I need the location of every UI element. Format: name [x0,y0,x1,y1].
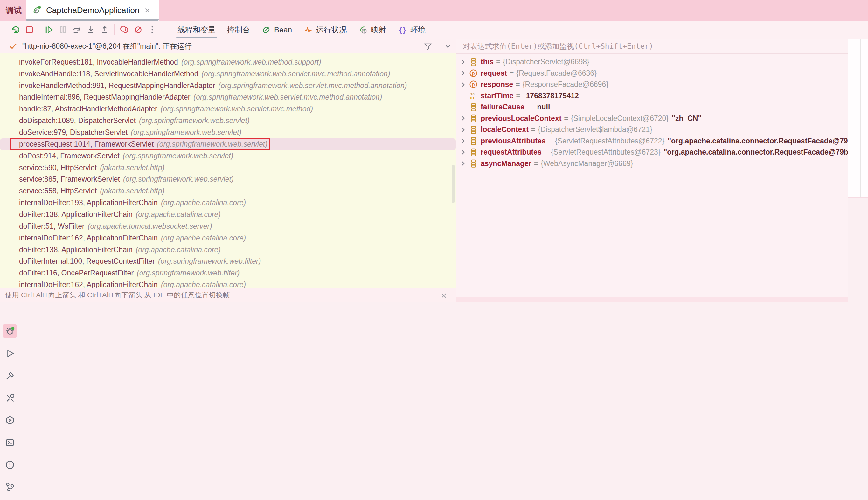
variable-row-failurecause[interactable]: failureCause=null [456,101,848,113]
tool-window-button-tools[interactable] [2,390,17,405]
tool-window-button-debug[interactable] [2,324,17,338]
stack-frame-dodispatch-1089[interactable]: doDispatch:1089, DispatcherServlet(org.s… [0,115,456,127]
tool-window-button-vcs[interactable] [2,480,17,494]
step-over-button[interactable] [70,23,84,37]
variables-pane: 对表达式求值(Enter)或添加监视(Ctrl+Shift+Enter) thi… [456,39,848,302]
stack-frame-invokeandhandle-118[interactable]: invokeAndHandle:118, ServletInvocableHan… [0,68,456,80]
resume-button[interactable] [42,23,56,37]
equals-sign: = [527,103,531,111]
debug-view-tab-label: 控制台 [227,25,250,35]
variable-row-requestattributes[interactable]: requestAttributes={ServletRequestAttribu… [456,147,848,158]
tool-window-button-run[interactable] [2,346,17,361]
chevron-right-icon[interactable] [459,149,467,156]
stack-frame-dopost-914[interactable]: doPost:914, FrameworkServlet(org.springf… [0,150,456,162]
stack-frame-internaldofilter-162[interactable]: internalDoFilter:162, ApplicationFilterC… [0,279,456,288]
frame-location: service:658, HttpServlet [19,187,97,195]
chevron-right-icon[interactable] [459,69,467,77]
view-breakpoints-icon [119,24,129,35]
field-icon [469,102,478,112]
tool-window-button-terminal[interactable] [2,435,17,450]
debug-view-tab-bean[interactable]: Bean [256,21,298,39]
svg-text:01: 01 [470,96,475,100]
stack-frame-dofilter-138[interactable]: doFilter:138, ApplicationFilterChain(org… [0,209,456,220]
thread-status-row[interactable]: "http-nio-8080-exec-1"@6,204 在组"main": 正… [0,39,456,54]
variable-row-previousattributes[interactable]: previousAttributes={ServletRequestAttrib… [456,136,848,147]
frame-package: (org.springframework.web.servlet.mvc.met… [218,81,407,90]
equals-sign: = [496,58,500,66]
stack-frame-service-590[interactable]: service:590, HttpServlet(jakarta.servlet… [0,162,456,174]
frame-package: (org.springframework.web.servlet) [139,116,250,125]
thread-chevron-down-icon[interactable] [444,43,452,50]
pulse-icon [304,25,313,35]
variable-reference: {ServletRequestAttributes@6723} [551,148,660,157]
variable-row-starttime[interactable]: 1001startTime=1768378175412 [456,90,848,102]
stack-frame-dofilter-116[interactable]: doFilter:116, OncePerRequestFilter(org.s… [0,267,456,279]
chevron-right-icon[interactable] [459,160,467,167]
step-out-button[interactable] [98,23,112,37]
stack-frame-service-885[interactable]: service:885, FrameworkServlet(org.spring… [0,174,456,185]
ide-window: { "colors": { "accent_red": "#e02f39", "… [0,0,868,500]
chevron-right-icon[interactable] [459,114,467,122]
frame-location: doPost:914, FrameworkServlet [19,152,119,160]
variable-row-response[interactable]: presponse={ResponseFacade@6696} [456,79,848,90]
mute-breakpoints-button[interactable] [131,23,145,37]
close-icon[interactable] [143,6,152,15]
variable-row-previouslocalecontext[interactable]: previousLocaleContext={SimpleLocaleConte… [456,113,848,124]
debug-view-tab-控制台[interactable]: 控制台 [221,21,256,39]
rerun-icon [10,24,21,35]
stack-frame-dofilter-51[interactable]: doFilter:51, WsFilter(org.apache.tomcat.… [0,220,456,232]
debug-window-header: 调试 CaptchaDemoApplication [0,0,868,21]
stack-frame-handle-87[interactable]: handle:87, AbstractHandlerMethodAdapter(… [0,103,456,115]
variables-list: this={DispatcherServlet@6698}prequest={R… [456,54,848,302]
number-icon: 1001 [469,91,478,101]
view-breakpoints-button[interactable] [117,23,131,37]
tool-window-button-build[interactable] [2,368,17,383]
debug-view-tab-运行状况[interactable]: 运行状况 [298,21,352,39]
more-button[interactable] [145,23,159,37]
stack-frame-service-658[interactable]: service:658, HttpServlet(jakarta.servlet… [0,185,456,197]
tool-window-button-services[interactable] [2,413,17,428]
hint-close-icon[interactable] [439,291,448,300]
debug-view-tab-线程和变量[interactable]: 线程和变量 [172,21,221,39]
evaluate-expression-field[interactable]: 对表达式求值(Enter)或添加监视(Ctrl+Shift+Enter) [456,39,848,54]
stack-frame-dofilter-138[interactable]: doFilter:138, ApplicationFilterChain(org… [0,244,456,256]
step-into-button[interactable] [84,23,98,37]
selected-tab-underline [176,37,217,38]
debug-body: "http-nio-8080-exec-1"@6,204 在组"main": 正… [0,39,868,302]
variable-row-localecontext[interactable]: localeContext={DispatcherServlet$lambda@… [456,124,848,136]
stack-frame-doservice-979[interactable]: doService:979, DispatcherServlet(org.spr… [0,127,456,138]
rerun-button[interactable] [8,23,22,37]
pause-button[interactable] [56,23,70,37]
filter-funnel-icon[interactable] [423,42,433,51]
stack-frame-handleinternal-896[interactable]: handleInternal:896, RequestMappingHandle… [0,92,456,103]
variable-row-this[interactable]: this={DispatcherServlet@6698} [456,56,848,68]
stack-frame-invokehandlermethod-991[interactable]: invokeHandlerMethod:991, RequestMappingH… [0,80,456,92]
mappings-icon [358,25,368,35]
frame-location: handleInternal:896, RequestMappingHandle… [19,93,190,101]
debug-view-tab-映射[interactable]: 映射 [352,21,392,39]
field-icon [469,57,478,67]
pause-icon [58,24,68,35]
debug-view-tab-环境[interactable]: {}环境 [392,21,431,39]
debug-icon [4,326,15,337]
field-icon [469,114,478,123]
variable-row-asyncmanager[interactable]: asyncManager={WebAsyncManager@6669} [456,158,848,170]
debug-session-tab[interactable]: CaptchaDemoApplication [26,0,159,21]
tool-window-button-problems[interactable] [2,457,17,472]
frame-location: doService:979, DispatcherServlet [19,128,127,137]
equals-sign: = [548,137,552,145]
chevron-right-icon[interactable] [459,126,467,134]
stack-frame-processrequest-1014[interactable]: processRequest:1014, FrameworkServlet(or… [0,138,456,150]
stack-frame-internaldofilter-193[interactable]: internalDoFilter:193, ApplicationFilterC… [0,197,456,209]
variable-row-request[interactable]: prequest={RequestFacade@6636} [456,68,848,79]
chevron-right-icon[interactable] [459,58,467,66]
stack-frame-internaldofilter-162[interactable]: internalDoFilter:162, ApplicationFilterC… [0,232,456,244]
stack-frame-invokeforrequest-181[interactable]: invokeForRequest:181, InvocableHandlerMe… [0,56,456,68]
frame-location: doDispatch:1089, DispatcherServlet [19,116,136,125]
variable-reference: {DispatcherServlet@6698} [503,58,589,66]
stack-frame-dofilterinternal-100[interactable]: doFilterInternal:100, RequestContextFilt… [0,255,456,267]
chevron-right-icon[interactable] [459,137,467,145]
spring-boot-run-icon [32,5,42,16]
stop-button[interactable] [22,23,36,37]
chevron-right-icon[interactable] [459,81,467,88]
